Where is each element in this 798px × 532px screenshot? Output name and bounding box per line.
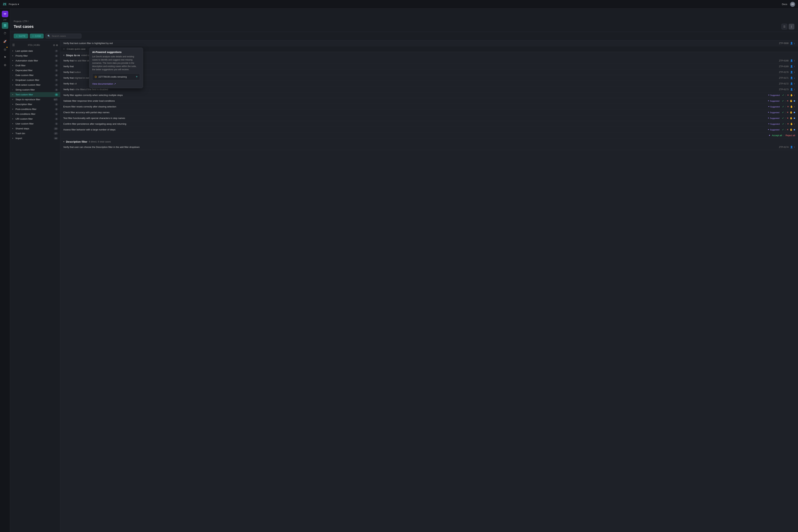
sidebar-icon-orb[interactable]: ◎ [2,46,8,53]
priority-up-icon[interactable]: ↑ [794,88,795,91]
sidebar-icon-cases[interactable] [2,22,8,29]
create-quick-case-button[interactable]: Create quick case [67,48,86,50]
filter-item-description-filter[interactable]: ▾Description filter6 [10,102,60,107]
filter-item-import[interactable]: ▾Import44 [10,136,60,141]
filter-item-dropdown-custom-filter[interactable]: ▾Dropdown custom filter7 [10,78,60,82]
filter-item-user-custom-filter[interactable]: ▾User custom filter6 [10,121,60,126]
defer-case-button[interactable]: ✋ [790,117,793,119]
defer-case-button[interactable]: ✋ [790,128,793,131]
case-row[interactable]: Verify that user can choose the Descript… [60,144,798,150]
section-chevron-icon[interactable]: ▾ [63,140,64,143]
reject-case-button[interactable]: ✕ [787,105,789,108]
filter-item-text-custom-filter[interactable]: ▾Text custom filter4 [10,92,60,97]
filter-item-last-update-date[interactable]: ▾Last update date7 [10,49,60,53]
collapse-all-icon[interactable]: ⊖ [53,44,55,46]
filter-item-string-custom-filter[interactable]: ›String custom filter4 [10,87,60,92]
add-case-button[interactable]: + CASE [30,34,44,38]
person-icon[interactable]: 👤 [790,82,793,85]
reject-case-button[interactable]: ✕ [787,99,788,102]
add-credits-button[interactable]: + [136,75,138,79]
case-row[interactable]: Verify that button ZTP-6170 👤 ↑ [60,69,798,75]
search-input[interactable] [52,35,79,37]
user-avatar[interactable]: AB [790,2,795,7]
sidebar-icon-flag[interactable]: ⚑ [2,54,8,60]
person-icon[interactable]: 👤 [790,65,793,68]
person-icon[interactable]: 👤 [790,77,793,79]
sidebar-icon-clock[interactable]: ⏱ [2,30,8,37]
filter-item-priority-filter[interactable]: ▾Priority filter6 [10,53,60,58]
suggested-case-row[interactable]: Ensure filter resets correctly after cle… [60,104,798,110]
top-case-row[interactable]: Verify that text custom filter is highli… [60,40,798,46]
priority-up-icon[interactable]: ↑ [794,122,795,125]
priority-up-icon[interactable]: ↑ [794,146,795,148]
priority-down-icon[interactable]: ↓ [794,42,795,44]
defer-case-button[interactable]: ✋ [790,105,793,108]
case-row[interactable]: Verify that ult ZTP-6172 👤 ↑ [60,81,798,87]
accept-case-button[interactable]: ✓ [782,122,784,125]
case-row[interactable]: Verify that nlighted in red ZTP-6171 👤 ↓ [60,75,798,81]
add-suite-button[interactable]: + SUITE [14,34,28,38]
priority-up-icon[interactable]: ↑ [794,59,795,62]
suggested-case-row[interactable]: Check filter accuracy with partial step … [60,110,798,115]
reject-case-button[interactable]: ✕ [787,94,789,96]
project-badge[interactable]: TP [2,11,8,17]
search-box[interactable]: 🔍 [45,34,81,38]
priority-up-icon[interactable]: ↑ [794,65,795,68]
accept-case-button[interactable]: ✓ [782,111,784,114]
filter-item-shared-steps[interactable]: ▾Shared steps20 [10,126,60,131]
defer-case-button[interactable]: ✋ [790,122,793,125]
sidebar-icon-rocket[interactable]: 🚀 [2,38,8,44]
defer-case-button[interactable]: ✋ [790,94,793,96]
breadcrumb-projects[interactable]: Projects [14,20,21,23]
priority-up-icon[interactable]: ↑ [794,94,795,96]
filter-item-automation-state-filter[interactable]: ▾Automation state filter6 [10,58,60,63]
reject-case-button[interactable]: ✕ [787,128,788,131]
filter-item-draft-filter[interactable]: ▾Draft filter3 [10,63,60,68]
priority-up-icon[interactable]: ↑ [794,71,795,74]
accept-case-button[interactable]: ✓ [782,128,784,131]
accept-case-button[interactable]: ✓ [782,117,784,119]
priority-up-icon[interactable]: ↑ [794,82,795,85]
priority-up-icon[interactable]: ↑ [794,105,795,108]
reject-case-button[interactable]: ✕ [787,122,789,125]
person-icon[interactable]: 👤 [790,42,793,44]
case-row[interactable]: Verify that n the filters if the field i… [60,87,798,92]
filter-item-pre-conditions-filter[interactable]: ▾Pre-conditions filter6 [10,112,60,116]
reject-case-button[interactable]: ✕ [787,111,788,114]
accept-all-button[interactable]: Accept all [772,134,782,137]
reject-all-button[interactable]: Reject all [785,134,795,137]
more-options-button[interactable]: ⋮ [788,24,794,30]
docs-link[interactable]: Docs [782,3,787,5]
breadcrumb-ztp[interactable]: ZTP [23,20,27,23]
filter-item-multi-select-custom-filter[interactable]: ▾Multi-select custom filter7 [10,82,60,87]
projects-button[interactable]: Projects ▾ [8,3,19,5]
filter-item-date-custom-filter[interactable]: ›Date custom filter8 [10,73,60,78]
filter-item-steps-to-reproduce-filter[interactable]: ▾Steps to reproduce filter6/7 [10,97,60,102]
person-icon[interactable]: 👤 [790,71,793,74]
accept-case-button[interactable]: ✓ [782,94,784,96]
defer-case-button[interactable]: ✋ [790,99,793,102]
menu-button[interactable]: ☰ [781,24,787,30]
filter-item-post-conditions-filter[interactable]: ▾Post-conditions filter6 [10,107,60,112]
person-icon[interactable]: 👤 [790,88,793,91]
filter-item-trash-bin[interactable]: ▾Trash bin37 [10,131,60,136]
suggested-case-row[interactable]: Test filter functionality with special c… [60,115,798,121]
suggested-case-row[interactable]: Verify filter applies correctly when sel… [60,92,798,98]
person-icon[interactable]: 👤 [790,146,793,148]
person-icon[interactable]: 👤 [790,59,793,62]
reject-case-button[interactable]: ✕ [787,117,788,119]
filter-item-uri-custom-filter[interactable]: ▾URI custom filter4 [10,116,60,121]
hamburger-icon[interactable]: ☰ [12,43,15,47]
sidebar-icon-settings[interactable]: ⚙ [2,62,8,68]
suggested-case-row[interactable]: Validate filter response time under load… [60,98,798,104]
filter-item-deprecated-filter[interactable]: ▾Deprecated filter3 [10,68,60,73]
view-documentation-link[interactable]: View documentation ↗ [92,82,140,85]
accept-case-button[interactable]: ✓ [782,99,784,102]
suggested-case-row[interactable]: Confirm filter persistence after navigat… [60,121,798,127]
priority-down-icon[interactable]: ↓ [794,77,795,79]
section-chevron-icon[interactable]: ▾ [63,54,64,57]
expand-all-icon[interactable]: ⊕ [56,44,58,46]
suggested-case-row[interactable]: Assess filter behavior with a large numb… [60,127,798,133]
defer-case-button[interactable]: ✋ [790,111,793,114]
case-row[interactable]: Verify that he add filter dropdown ZTP-6… [60,58,798,63]
